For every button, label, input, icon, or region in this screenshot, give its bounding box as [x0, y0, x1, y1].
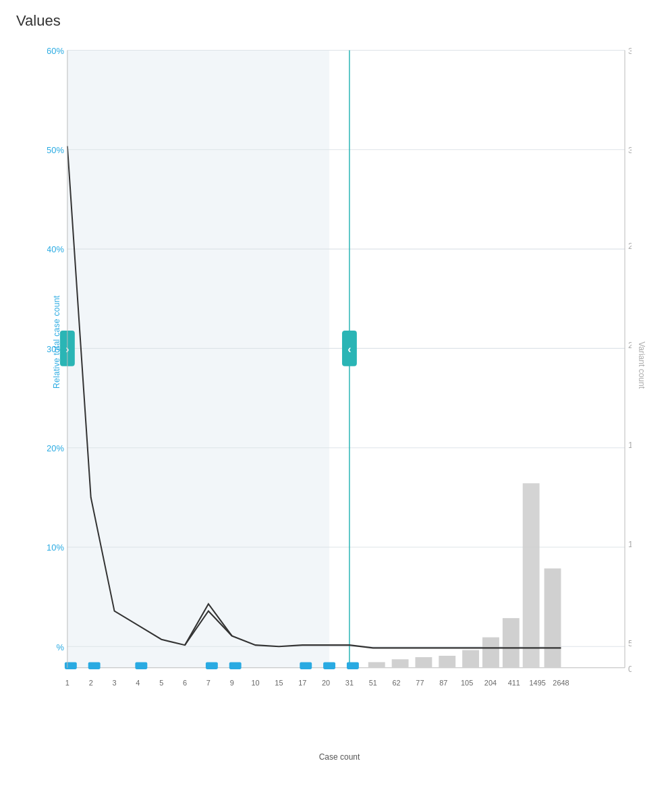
svg-text:‹: ‹	[347, 342, 351, 354]
svg-text:10: 10	[251, 679, 259, 687]
svg-rect-49	[415, 657, 432, 668]
page-title: Values	[0, 0, 672, 36]
svg-text:3: 3	[112, 679, 116, 687]
svg-text:6: 6	[183, 679, 187, 687]
svg-text:1: 1	[65, 679, 69, 687]
svg-text:25: 25	[628, 241, 632, 251]
svg-rect-55	[544, 569, 561, 668]
svg-text:15: 15	[628, 439, 632, 449]
svg-text:5: 5	[628, 638, 632, 648]
svg-text:62: 62	[393, 679, 401, 687]
svg-rect-48	[392, 659, 409, 668]
svg-text:20: 20	[322, 679, 330, 687]
svg-rect-56	[65, 662, 77, 669]
svg-rect-61	[300, 662, 312, 669]
y-axis-right-label: Variant count	[637, 341, 646, 389]
svg-rect-60	[229, 662, 242, 669]
svg-text:30: 30	[628, 145, 632, 155]
svg-text:7: 7	[206, 679, 211, 687]
svg-text:40%: 40%	[47, 244, 64, 254]
svg-text:87: 87	[439, 679, 447, 687]
svg-text:20: 20	[628, 340, 632, 350]
svg-text:77: 77	[416, 679, 424, 687]
svg-rect-62	[323, 662, 335, 669]
svg-rect-47	[368, 662, 385, 667]
svg-rect-58	[135, 662, 147, 669]
svg-text:105: 105	[461, 679, 473, 687]
svg-rect-57	[88, 662, 101, 669]
svg-rect-63	[347, 662, 359, 669]
svg-text:10: 10	[628, 539, 632, 549]
svg-rect-52	[482, 638, 499, 668]
svg-text:31: 31	[345, 679, 354, 687]
chart-area: Relative total case count Variant count …	[47, 43, 632, 725]
svg-rect-59	[206, 662, 218, 669]
svg-text:411: 411	[508, 679, 520, 687]
svg-text:0: 0	[628, 664, 632, 674]
svg-text:%: %	[56, 642, 64, 652]
svg-text:9: 9	[230, 679, 234, 687]
svg-text:5: 5	[159, 679, 163, 687]
svg-text:50%: 50%	[47, 145, 64, 155]
svg-text:2: 2	[89, 679, 93, 687]
svg-text:204: 204	[484, 679, 497, 687]
svg-text:35: 35	[628, 45, 632, 55]
x-axis-label: Case count	[319, 752, 360, 762]
svg-text:17: 17	[298, 679, 306, 687]
svg-text:51: 51	[369, 679, 377, 687]
svg-rect-51	[462, 650, 479, 668]
svg-rect-50	[439, 656, 455, 668]
svg-text:20%: 20%	[47, 443, 64, 453]
svg-text:10%: 10%	[47, 542, 64, 553]
chart-container: Relative total case count Variant count …	[0, 36, 672, 779]
svg-rect-54	[523, 483, 540, 668]
svg-text:15: 15	[275, 679, 283, 687]
svg-rect-53	[503, 618, 520, 668]
svg-text:1495: 1495	[529, 679, 545, 687]
svg-text:2648: 2648	[553, 679, 569, 687]
svg-text:60%: 60%	[47, 45, 64, 55]
chart-svg: 60% 50% 40% 30% 20% 10% % 35 30 25 20 15…	[47, 43, 632, 725]
svg-text:4: 4	[136, 679, 140, 687]
